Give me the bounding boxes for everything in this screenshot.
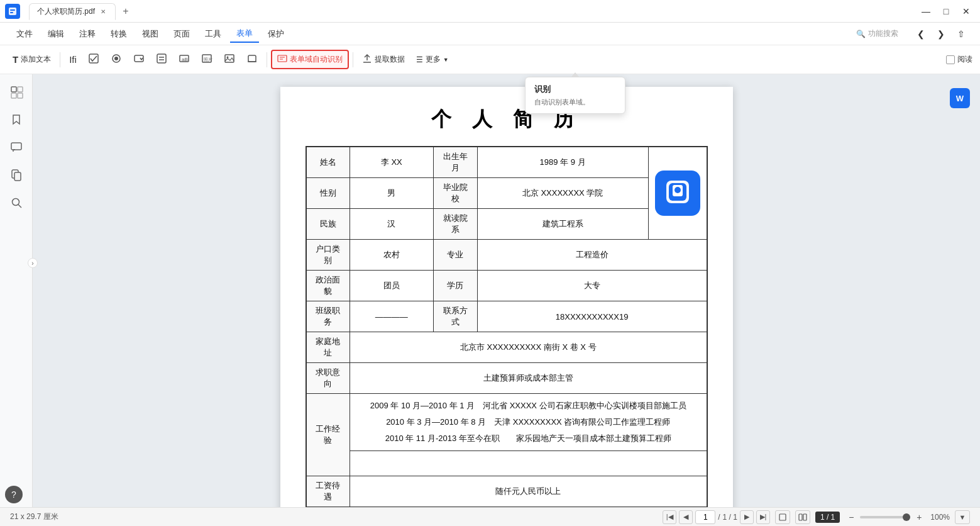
workexp-line-3: 2010 年 11 月-2013 年至今在职 家乐园地产天一项目成本部土建预算工… [356,430,700,447]
svg-point-29 [12,199,19,206]
form-field-btn-3[interactable] [106,50,127,69]
help-button[interactable]: ? [5,486,23,503]
more-label: 更多 [426,54,441,65]
nav-back-button[interactable]: ❮ [912,25,930,43]
view-mode-single[interactable] [775,510,790,524]
read-mode-checkbox[interactable] [946,55,955,64]
value-ethnicity: 汉 [350,209,434,240]
svg-rect-36 [799,514,802,520]
svg-rect-16 [248,55,256,62]
value-department: 建筑工程系 [477,209,648,240]
last-page-button[interactable]: ▶| [756,510,770,524]
label-intention: 求职意向 [306,363,350,394]
tab-close-button[interactable]: ✕ [99,7,107,16]
form-field-btn-6[interactable]: aB [173,50,195,69]
form-field-btn-8[interactable] [219,50,240,69]
label-education: 学历 [433,271,477,301]
close-button[interactable]: ✕ [957,3,975,20]
sidebar-pages-button[interactable] [4,79,29,104]
menu-form[interactable]: 表单 [230,25,259,43]
label-salary: 工资待遇 [306,476,350,508]
separator-1 [60,52,60,67]
sidebar-bookmarks-button[interactable] [4,107,29,132]
view-mode-double[interactable] [795,510,810,524]
svg-rect-25 [18,93,23,98]
dropdown-icon [133,53,145,66]
zoom-control: − + [845,511,925,523]
menu-edit[interactable]: 编辑 [41,26,70,42]
value-salary: 随仟元人民币以上 [350,476,707,508]
form-field-btn-5[interactable] [151,50,172,69]
zoom-in-button[interactable]: + [913,511,925,523]
value-name: 李 XX [350,147,434,178]
toolbar: T 添加文本 Ifi aB 照片 [0,45,980,74]
menu-bar: 文件 编辑 注释 转换 视图 页面 工具 表单 保护 🔍 功能搜索 ❮ ❯ ⇧ [0,23,980,45]
sidebar-search-button[interactable] [4,190,29,215]
nav-forward-button[interactable]: ❯ [932,25,950,43]
next-page-button[interactable]: ▶ [740,510,754,524]
value-hukou: 农村 [350,240,434,271]
view-mode-chevron[interactable]: ▼ [955,510,970,524]
table-row: 求职意向 土建预算师或成本部主管 [306,363,707,394]
form-field-btn-7[interactable]: 照片 [196,50,217,69]
read-mode-label: 阅读 [957,54,972,65]
read-mode-toggle[interactable]: 阅读 [946,54,972,65]
separator-2 [267,52,267,67]
tab-label: 个人求职简历.pdf [37,6,95,17]
svg-rect-23 [18,87,23,92]
zoom-slider-thumb [903,513,910,521]
label-major: 专业 [433,240,477,271]
label-gender: 性别 [306,178,350,209]
menu-protect[interactable]: 保护 [262,26,290,42]
extract-data-label: 提取数据 [375,54,405,65]
sidebar-collapse-button[interactable]: › [28,258,38,268]
form-field-btn-2[interactable] [83,50,104,69]
sidebar-comments-button[interactable] [4,135,29,160]
word-export-icon[interactable]: W [950,88,970,108]
label-ethnicity: 民族 [306,209,350,240]
menu-tools[interactable]: 工具 [199,26,228,42]
form-field-btn-4[interactable] [128,50,150,69]
table-row: 姓名 李 XX 出生年月 1989 年 9 月 [306,147,707,178]
add-tab-button[interactable]: + [118,4,133,19]
tab-container: 个人求职简历.pdf ✕ + [29,3,133,20]
form-field-btn-9[interactable] [241,50,263,69]
zoom-out-button[interactable]: − [845,511,857,523]
menu-page[interactable]: 页面 [167,26,196,42]
menu-view[interactable]: 视图 [136,26,165,42]
menu-annotation[interactable]: 注释 [73,26,102,42]
auto-recognize-button[interactable]: 表单域自动识别 [271,50,349,69]
image-icon [224,53,235,66]
label-position: 班级职务 [306,301,350,332]
tooltip-title: 识别 [534,84,616,95]
page-badge: 1 / 1 [815,512,840,523]
menu-convert[interactable]: 转换 [104,26,133,42]
menu-file[interactable]: 文件 [10,26,39,42]
stamp-icon [246,53,258,66]
title-bar: 个人求职简历.pdf ✕ + — □ ✕ [0,0,980,23]
value-gender: 男 [350,178,434,209]
restore-button[interactable]: □ [937,3,955,20]
prev-page-button[interactable]: ◀ [679,510,693,524]
nav-up-button[interactable]: ⇧ [952,25,970,43]
value-workexp-empty [350,451,707,476]
more-button[interactable]: ☰ 更多 ▼ [411,52,454,67]
first-page-button[interactable]: |◀ [663,510,676,524]
page-input[interactable] [695,510,715,524]
auto-recognize-label: 表单域自动识别 [290,54,343,65]
sidebar-attachments-button[interactable] [4,162,29,187]
minimize-button[interactable]: — [917,3,935,20]
svg-rect-28 [14,172,21,181]
form-field-btn-1[interactable]: Ifi [64,52,82,67]
add-text-button[interactable]: T 添加文本 [8,52,56,67]
list-icon [156,53,167,66]
function-search[interactable]: 🔍 功能搜索 [850,26,905,42]
photo-placeholder [655,171,700,216]
auto-recognize-icon [277,53,287,65]
more-icon: ☰ [416,55,423,64]
checkbox-icon [88,53,99,66]
pdf-tab[interactable]: 个人求职简历.pdf ✕ [29,3,116,20]
extract-data-button[interactable]: 提取数据 [357,51,410,68]
table-row: 政治面貌 团员 学历 大专 [306,271,707,301]
zoom-slider[interactable] [860,516,910,518]
